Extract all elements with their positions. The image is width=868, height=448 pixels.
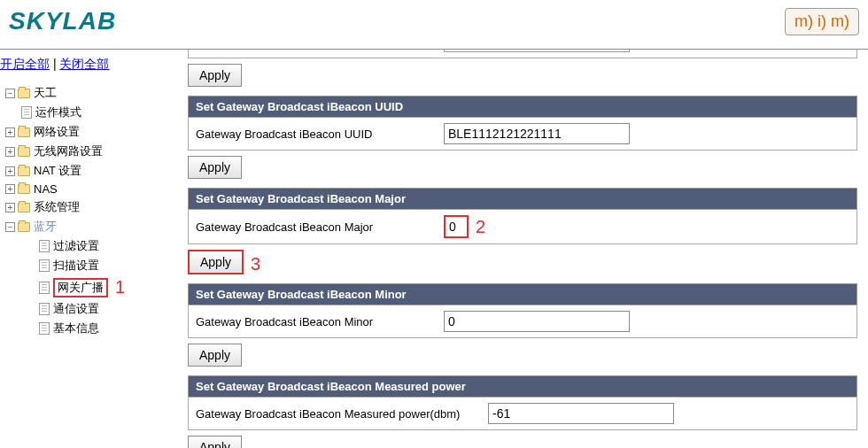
sidebar-item-label: 过滤设置 [53,238,99,254]
expand-icon[interactable] [5,166,15,176]
sidebar-item-nas[interactable]: NAS [0,181,177,197]
section-header-uuid: Set Gateway Broadcast iBeacon UUID [188,96,857,117]
sidebar-item-label: 无线网路设置 [34,143,103,159]
sidebar-item-basic-info[interactable]: 基本信息 [0,319,177,338]
collapse-icon[interactable] [5,222,15,232]
section-header-measured: Set Gateway Broadcast iBeacon Measured p… [188,375,857,397]
minor-input[interactable] [444,311,630,332]
apply-button[interactable]: Apply [188,64,242,87]
section-body-major: Gateway Broadcast iBeacon Major 2 [188,209,857,244]
sidebar-item-operation-mode[interactable]: 运作模式 [0,103,177,122]
sidebar-item-label: 蓝牙 [34,219,57,235]
row-label: Gateway Broadcast iBeacon Measured power… [196,407,488,421]
apply-button-minor[interactable]: Apply [188,344,242,367]
header: SKYLAB m) i) m) [0,0,868,50]
expand-icon[interactable] [5,127,15,137]
sidebar-item-filter[interactable]: 过滤设置 [0,236,177,256]
annotation-1: 1 [115,277,125,297]
sidebar-item-label: 系统管理 [34,199,80,215]
section-body-minor: Gateway Broadcast iBeacon Minor [188,305,857,338]
toggle-links: 开启全部 | 关闭全部 [0,57,177,83]
section-header-minor: Set Gateway Broadcast iBeacon Minor [188,283,857,305]
folder-icon [18,89,30,98]
sidebar-item-label: 网关广播 [53,278,108,297]
folder-icon [18,166,30,176]
row-label: Gateway Broadcast iBeacon Major [196,220,444,234]
section-body-measured: Gateway Broadcast iBeacon Measured power… [188,397,857,430]
collapse-icon[interactable] [5,89,15,98]
page-icon [39,303,50,315]
sidebar-item-nat[interactable]: NAT 设置 [0,161,177,181]
apply-button-major[interactable]: Apply [188,250,244,274]
page-icon [39,322,50,335]
sidebar: 开启全部 | 关闭全部 天工 运作模式 网络设置 无线网路设置 [0,50,177,448]
sidebar-item-label: NAS [34,182,58,196]
folder-icon [18,147,30,157]
mim-logo: m) i) m) [785,8,859,35]
page-icon [39,282,50,294]
section-header-major: Set Gateway Broadcast iBeacon Major [188,188,857,209]
sidebar-item-label: NAT 设置 [34,163,81,179]
content-panel: Apply Set Gateway Broadcast iBeacon UUID… [177,50,868,448]
folder-icon [18,203,30,212]
sidebar-item-gateway-broadcast[interactable]: 网关广播 1 [0,275,177,299]
sidebar-item-label: 基本信息 [53,321,99,336]
skylab-logo: SKYLAB [9,7,116,35]
sidebar-item-comm[interactable]: 通信设置 [0,299,177,319]
sidebar-item-sysadmin[interactable]: 系统管理 [0,197,177,217]
uuid-input[interactable] [444,123,630,144]
close-all-link[interactable]: 关闭全部 [59,57,109,71]
sidebar-item-scan[interactable]: 扫描设置 [0,256,177,275]
folder-icon [18,222,30,232]
folder-icon [18,184,30,194]
row-label: Gateway Broadcast iBeacon Minor [196,315,444,328]
page-icon [39,259,50,272]
sidebar-item-bluetooth[interactable]: 蓝牙 [0,217,177,236]
sidebar-item-label: 通信设置 [53,301,99,317]
sidebar-item-label: 扫描设置 [53,258,99,274]
annotation-2: 2 [476,217,485,237]
expand-icon[interactable] [5,147,15,157]
partial-input [444,50,630,52]
page-icon [21,106,32,119]
expand-icon[interactable] [5,184,15,194]
sidebar-item-network[interactable]: 网络设置 [0,122,177,142]
sidebar-item-label: 天工 [34,85,57,101]
sidebar-item-wireless[interactable]: 无线网路设置 [0,142,177,161]
logo-text: SKYLAB [9,7,116,35]
row-label: Gateway Broadcast iBeacon UUID [196,127,444,141]
sidebar-item-label: 网络设置 [34,124,80,140]
folder-icon [18,127,30,137]
apply-button-uuid[interactable]: Apply [188,156,242,179]
open-all-link[interactable]: 开启全部 [0,57,50,71]
apply-button-measured[interactable]: Apply [188,436,242,448]
sidebar-item-label: 运作模式 [35,104,81,120]
major-input[interactable] [444,215,469,238]
expand-icon[interactable] [5,203,15,212]
nav-tree: 天工 运作模式 网络设置 无线网路设置 NAT 设置 [0,83,177,338]
section-body-uuid: Gateway Broadcast iBeacon UUID [188,117,857,151]
annotation-3: 3 [251,254,260,274]
measured-input[interactable] [488,403,674,424]
page-icon [39,240,50,252]
tree-root[interactable]: 天工 [0,83,177,103]
